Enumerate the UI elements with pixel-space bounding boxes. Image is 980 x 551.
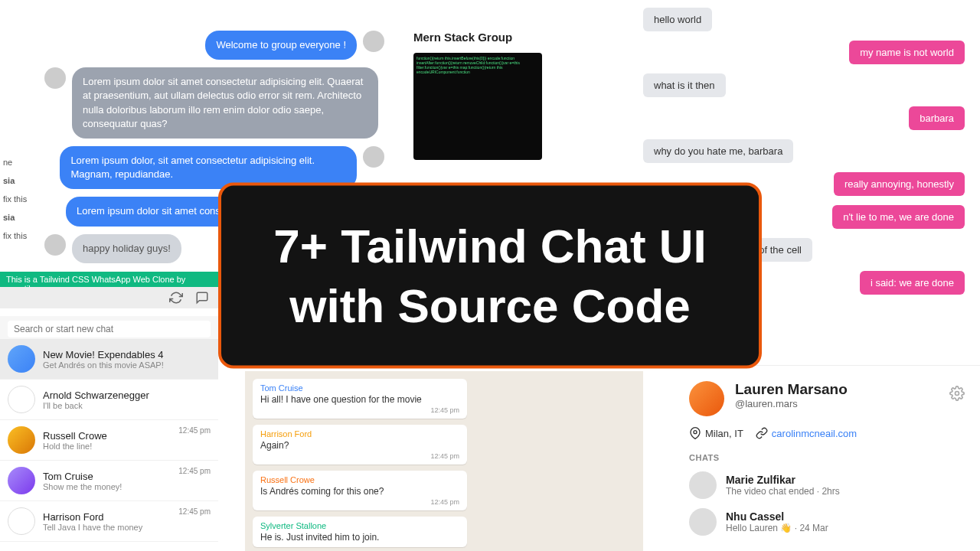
svg-point-1 xyxy=(694,431,697,434)
wa-sender: Tom Cruise xyxy=(260,383,459,393)
chat-icon[interactable] xyxy=(195,291,209,305)
wa-time: 12:45 pm xyxy=(260,498,459,506)
avatar xyxy=(8,386,35,413)
contact-item[interactable]: New Movie! Expendables 4Get Andrés on th… xyxy=(0,339,218,380)
contact-preview: Get Andrés on this movie ASAP! xyxy=(43,360,164,370)
wa-time: 12:45 pm xyxy=(260,406,459,414)
snippet-item: ne xyxy=(0,153,34,171)
avatar xyxy=(8,426,35,454)
wa-message: Russell Crowe Is Andrés coming for this … xyxy=(253,471,467,510)
contact-name: Tom Cruise xyxy=(43,471,122,482)
contact-time: 12:45 pm xyxy=(178,426,211,435)
chat-list-item[interactable]: Marie ZulfikarThe video chat ended · 2hr… xyxy=(689,471,965,499)
avatar xyxy=(689,471,717,499)
message-bubble: happy holiday guys! xyxy=(72,234,181,263)
wa-contact-list: New Movie! Expendables 4Get Andrés on th… xyxy=(0,339,218,542)
snippet-item: fix this xyxy=(0,190,34,208)
contact-item[interactable]: Russell CroweHold the line! 12:45 pm xyxy=(0,420,218,461)
wa-header xyxy=(0,287,218,308)
snippet-item: sia xyxy=(0,171,34,190)
chat-name: Marie Zulfikar xyxy=(726,474,840,486)
message-row: Lorem ipsum dolor sit amet consectetur a… xyxy=(38,67,390,139)
message-bubble: Lorem ipsum dolor sit amet consectetur a… xyxy=(72,67,378,139)
chat-list-item[interactable]: Nhu CasselHello Lauren 👋 · 24 Mar xyxy=(689,508,965,536)
profile-handle: @lauren.mars xyxy=(735,398,848,409)
wa-text: He is. Just invited him to join. xyxy=(260,532,459,543)
group-image: function(){return this.insertBefore(this… xyxy=(413,53,542,160)
pink-message-row: hello world xyxy=(628,8,980,31)
pink-message-row: why do you hate me, barbara xyxy=(628,139,980,163)
wa-message: Harrison Ford Again? 12:45 pm xyxy=(253,425,467,465)
contact-preview: Hold the line! xyxy=(43,442,107,451)
wa-message: Tom Cruise Hi all! I have one question f… xyxy=(253,379,467,419)
location-icon xyxy=(689,427,701,439)
avatar xyxy=(363,146,384,168)
pink-message-row: barbara xyxy=(628,106,980,130)
wa-text: Hi all! I have one question for the movi… xyxy=(260,394,459,405)
link-item[interactable]: carolinmcneail.com xyxy=(756,427,857,439)
link-icon xyxy=(756,427,768,439)
wa-chat-area: Tom Cruise Hi all! I have one question f… xyxy=(245,371,643,551)
message-bubble: why do you hate me, barbara xyxy=(643,139,793,163)
pink-message-row: my name is not world xyxy=(628,41,980,64)
contact-name: New Movie! Expendables 4 xyxy=(43,349,164,360)
left-sidebar-snippet: ne sia fix this sia fix this xyxy=(0,153,34,245)
chat-sub: The video chat ended · 2hrs xyxy=(726,486,840,497)
message-bubble: Welcome to group everyone ! xyxy=(205,31,357,60)
wa-sender: Russell Crowe xyxy=(260,475,459,484)
pink-message-row: what is it then xyxy=(628,73,980,97)
title-overlay: 7+ Tailwind Chat UI with Source Code xyxy=(218,183,762,369)
message-bubble: n't lie to me, we are done xyxy=(832,205,965,229)
contact-item[interactable]: Harrison FordTell Java I have the money … xyxy=(0,501,218,542)
location-item: Milan, IT xyxy=(689,427,743,439)
profile-card: Lauren Marsano @lauren.mars Milan, IT ca… xyxy=(674,365,980,551)
contact-time: 12:45 pm xyxy=(178,507,211,516)
wa-time: 12:45 pm xyxy=(260,452,459,460)
wa-text: Again? xyxy=(260,440,459,451)
group-title: Mern Stack Group xyxy=(413,31,544,44)
contact-preview: Tell Java I have the money xyxy=(43,523,142,532)
contact-name: Harrison Ford xyxy=(43,511,142,523)
contact-preview: Show me the money! xyxy=(43,482,122,491)
wa-text: Is Andrés coming for this one? xyxy=(260,486,459,497)
chats-label: CHATS xyxy=(689,453,965,462)
wa-search-bar xyxy=(0,316,218,342)
avatar xyxy=(8,467,35,494)
contact-name: Russell Crowe xyxy=(43,430,107,442)
message-bubble: i said: we are done xyxy=(860,271,965,295)
link-text: carolinmcneail.com xyxy=(772,428,857,439)
message-bubble: my name is not world xyxy=(849,41,965,64)
contact-name: Arnold Schwarzenegger xyxy=(43,390,149,401)
message-bubble: really annoying, honestly xyxy=(834,172,965,196)
avatar xyxy=(363,31,384,52)
contact-preview: I'll be back xyxy=(43,401,149,410)
wa-message: Sylverter Stallone He is. Just invited h… xyxy=(253,517,467,547)
wa-sender: Sylverter Stallone xyxy=(260,521,459,530)
avatar xyxy=(44,67,66,89)
gear-icon[interactable] xyxy=(949,386,965,401)
message-bubble: what is it then xyxy=(643,73,726,97)
wa-sender: Harrison Ford xyxy=(260,429,459,439)
overlay-title: 7+ Tailwind Chat UI with Source Code xyxy=(267,217,713,335)
chat-sub: Hello Lauren 👋 · 24 Mar xyxy=(726,523,828,533)
snippet-item: fix this xyxy=(0,227,34,245)
refresh-icon[interactable] xyxy=(169,291,183,305)
group-info-sidebar: Mern Stack Group function(){return this.… xyxy=(406,23,551,168)
profile-name: Lauren Marsano xyxy=(735,381,848,398)
search-input[interactable] xyxy=(8,321,211,337)
profile-meta: Milan, IT carolinmcneail.com xyxy=(689,427,965,439)
profile-header: Lauren Marsano @lauren.mars xyxy=(689,381,965,416)
avatar xyxy=(8,345,35,373)
contact-item[interactable]: Arnold SchwarzeneggerI'll be back xyxy=(0,380,218,420)
message-bubble: barbara xyxy=(909,106,965,130)
avatar xyxy=(8,507,35,535)
message-bubble: hello world xyxy=(643,8,712,31)
location-text: Milan, IT xyxy=(705,428,743,439)
avatar xyxy=(44,234,66,256)
profile-avatar xyxy=(689,381,724,416)
avatar xyxy=(689,508,717,536)
contact-time: 12:45 pm xyxy=(178,467,211,475)
contact-item[interactable]: Tom CruiseShow me the money! 12:45 pm xyxy=(0,461,218,501)
snippet-item: sia xyxy=(0,208,34,227)
chat-name: Nhu Cassel xyxy=(726,510,828,523)
